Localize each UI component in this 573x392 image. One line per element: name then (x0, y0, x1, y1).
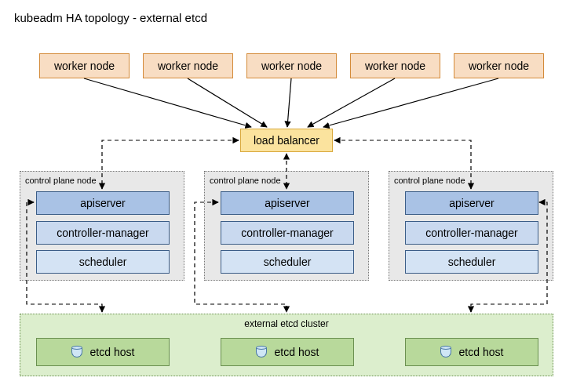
control-plane-node: control plane node apiserver controller-… (20, 171, 184, 281)
svg-line-1 (188, 78, 267, 127)
apiserver-box: apiserver (221, 191, 354, 215)
diagram-title: kubeadm HA topology - external etcd (14, 11, 207, 24)
etcd-host-label: etcd host (459, 346, 504, 358)
load-balancer: load balancer (240, 129, 333, 152)
database-icon (256, 346, 267, 358)
scheduler-box: scheduler (221, 250, 354, 274)
database-icon (440, 346, 451, 358)
worker-node: worker node (143, 53, 233, 78)
etcd-host-label: etcd host (275, 346, 319, 358)
apiserver-box: apiserver (405, 191, 538, 215)
controller-manager-box: controller-manager (36, 221, 170, 245)
worker-node: worker node (454, 53, 544, 78)
etcd-cluster: external etcd cluster etcd host etcd hos… (20, 314, 553, 376)
etcd-host: etcd host (221, 338, 354, 366)
control-plane-label: control plane node (394, 176, 465, 185)
worker-node: worker node (246, 53, 337, 78)
control-plane-node: control plane node apiserver controller-… (389, 171, 553, 281)
svg-line-2 (287, 78, 291, 127)
worker-node: worker node (350, 53, 440, 78)
controller-manager-box: controller-manager (221, 221, 354, 245)
worker-node: worker node (39, 53, 130, 78)
apiserver-box: apiserver (36, 191, 170, 215)
svg-line-3 (308, 78, 395, 127)
scheduler-box: scheduler (405, 250, 538, 274)
database-icon (71, 346, 82, 358)
etcd-host: etcd host (405, 338, 538, 366)
etcd-host: etcd host (36, 338, 170, 366)
control-plane-label: control plane node (25, 176, 97, 185)
etcd-cluster-label: external etcd cluster (244, 318, 328, 329)
controller-manager-box: controller-manager (405, 221, 538, 245)
control-plane-node: control plane node apiserver controller-… (204, 171, 369, 281)
svg-line-4 (323, 78, 498, 127)
etcd-host-label: etcd host (90, 346, 135, 358)
control-plane-label: control plane node (210, 176, 281, 185)
scheduler-box: scheduler (36, 250, 170, 274)
svg-line-0 (84, 78, 251, 127)
